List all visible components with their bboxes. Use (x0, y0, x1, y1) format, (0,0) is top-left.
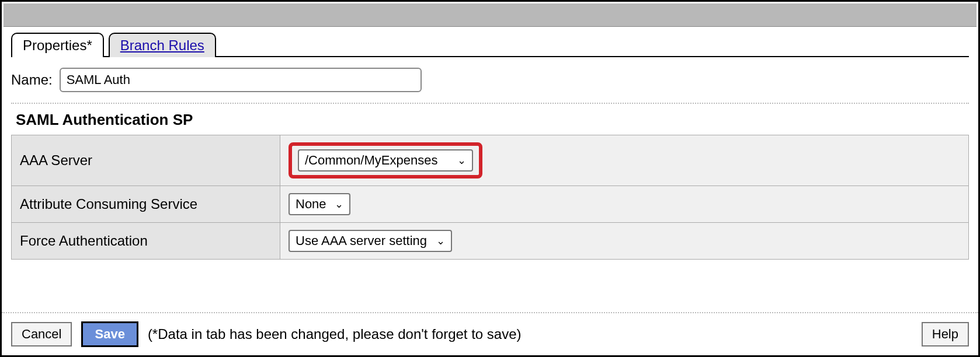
form-body: Name: SAML Authentication SP AAA Server … (2, 57, 978, 260)
section-divider (11, 103, 969, 104)
help-button[interactable]: Help (922, 322, 969, 346)
dialog-window: Properties* Branch Rules Name: SAML Auth… (0, 0, 980, 357)
select-attr-consuming-value: None (296, 197, 326, 212)
chevron-down-icon: ⌄ (436, 235, 445, 247)
select-aaa-server[interactable]: /Common/MyExpenses ⌄ (298, 149, 473, 172)
value-cell-force-auth: Use AAA server setting ⌄ (280, 223, 969, 260)
row-attr-consuming: Attribute Consuming Service None ⌄ (12, 186, 969, 223)
row-aaa-server: AAA Server /Common/MyExpenses ⌄ (12, 135, 969, 186)
cancel-button[interactable]: Cancel (11, 322, 72, 346)
label-attr-consuming: Attribute Consuming Service (12, 186, 280, 223)
label-aaa-server: AAA Server (12, 135, 280, 186)
tab-properties[interactable]: Properties* (11, 33, 104, 57)
content-area: Properties* Branch Rules Name: SAML Auth… (2, 27, 978, 312)
label-force-auth: Force Authentication (12, 223, 280, 260)
value-cell-attr-consuming: None ⌄ (280, 186, 969, 223)
footer-note: (*Data in tab has been changed, please d… (148, 326, 522, 342)
name-label: Name: (11, 72, 53, 88)
row-force-auth: Force Authentication Use AAA server sett… (12, 223, 969, 260)
config-table: AAA Server /Common/MyExpenses ⌄ Attribut… (11, 135, 969, 260)
footer: Cancel Save (*Data in tab has been chang… (2, 312, 978, 355)
section-title: SAML Authentication SP (11, 108, 969, 135)
chevron-down-icon: ⌄ (457, 154, 466, 167)
name-input[interactable] (60, 68, 422, 92)
select-attr-consuming[interactable]: None ⌄ (289, 193, 350, 215)
save-button[interactable]: Save (81, 321, 138, 347)
name-row: Name: (11, 68, 969, 92)
tabs-row: Properties* Branch Rules (2, 33, 978, 57)
select-aaa-server-value: /Common/MyExpenses (305, 153, 437, 168)
titlebar (4, 4, 976, 27)
select-force-auth[interactable]: Use AAA server setting ⌄ (289, 230, 452, 252)
tab-branch-rules[interactable]: Branch Rules (109, 33, 216, 57)
chevron-down-icon: ⌄ (335, 198, 343, 211)
value-cell-aaa-server: /Common/MyExpenses ⌄ (280, 135, 969, 186)
select-force-auth-value: Use AAA server setting (296, 233, 427, 249)
highlight-aaa-server: /Common/MyExpenses ⌄ (289, 142, 482, 178)
